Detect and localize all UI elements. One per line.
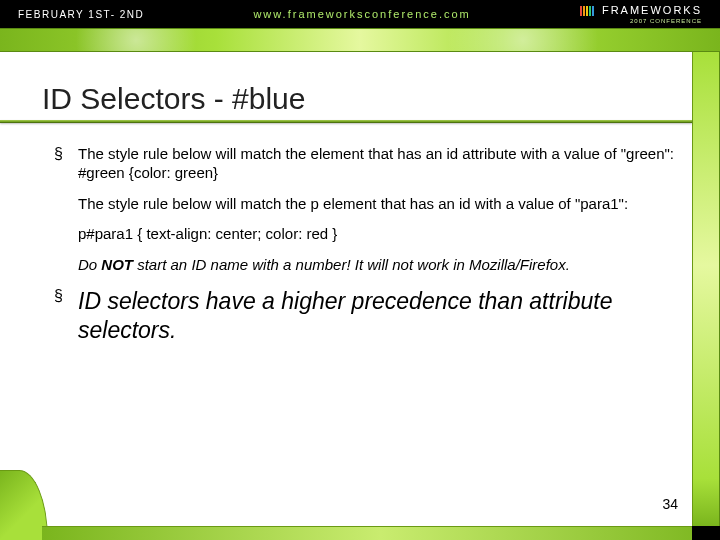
decorative-corner-br: [692, 526, 720, 540]
bullet-list: The style rule below will match the elem…: [42, 145, 682, 344]
bullet1-code1: #green {color: green}: [78, 164, 218, 181]
decorative-bottom: [42, 526, 720, 540]
header-bar: FEBRUARY 1ST- 2ND www.frameworksconferen…: [0, 0, 720, 28]
bullet1-code2: p#para1 { text-align: center; color: red…: [78, 225, 682, 244]
bullet-item-1: The style rule below will match the elem…: [54, 145, 682, 275]
slide-title: ID Selectors - #blue: [42, 82, 682, 116]
slide-content: ID Selectors - #blue The style rule belo…: [0, 52, 692, 526]
header-url: www.frameworksconference.com: [144, 8, 580, 20]
decorative-side-right: [692, 52, 720, 526]
bullet-item-2: ID selectors have a higher precedence th…: [54, 287, 682, 345]
page-number: 34: [662, 496, 678, 512]
bullet1-para1: The style rule below will match the elem…: [78, 145, 674, 162]
logo-bars-icon: [580, 6, 595, 18]
header-logo: FRAMEWORKS 2007 CONFERENCE: [580, 4, 702, 23]
bullet1-note: Do NOT start an ID name with a number! I…: [78, 256, 682, 275]
title-underline: [0, 120, 692, 123]
brand-subtext: 2007 CONFERENCE: [580, 18, 702, 24]
bullet2-text: ID selectors have a higher precedence th…: [78, 287, 682, 345]
bullet1-para2: The style rule below will match the p el…: [78, 195, 628, 212]
brand-text: FRAMEWORKS: [602, 4, 702, 16]
header-date: FEBRUARY 1ST- 2ND: [18, 9, 144, 20]
decorative-strip: [0, 28, 720, 52]
